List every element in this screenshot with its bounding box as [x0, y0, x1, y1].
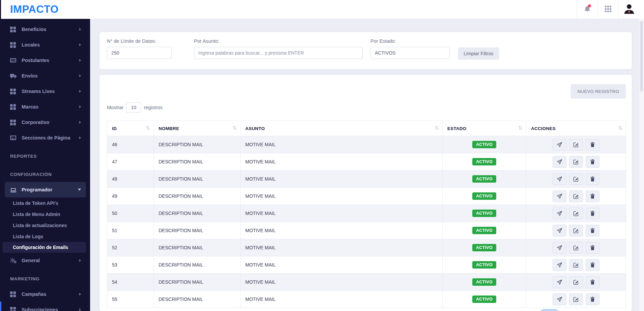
send-mail-button[interactable]: [553, 139, 566, 151]
clear-filters-button[interactable]: Limpiar Filtros: [458, 48, 499, 60]
grid-icon: [10, 307, 17, 311]
user-menu-button[interactable]: [618, 0, 639, 19]
cell-asunto: MOTIVE MAIL: [241, 256, 443, 274]
pagination-page-button[interactable]: [540, 309, 559, 311]
sidebar-section-reportes: REPORTES: [0, 148, 90, 164]
sidebar-scrollbar-thumb[interactable]: [0, 302, 1, 311]
edit-button[interactable]: [569, 173, 583, 185]
edit-button[interactable]: [569, 139, 583, 151]
cell-nombre: DESCRIPTION MAIL: [154, 136, 241, 153]
sidebar-item-streams-lives[interactable]: Streams Lives: [0, 84, 90, 99]
send-mail-button[interactable]: [553, 225, 566, 237]
cell-asunto: MOTIVE MAIL: [241, 170, 443, 188]
delete-button[interactable]: [586, 259, 599, 271]
sidebar-item-envios[interactable]: Envíos: [0, 68, 90, 84]
records-table: IDNOMBREASUNTOESTADOACCIONES 46DESCRIPTI…: [107, 121, 626, 308]
edit-icon: [573, 245, 579, 251]
send-mail-button[interactable]: [553, 156, 566, 168]
cell-nombre: DESCRIPTION MAIL: [154, 256, 241, 274]
sidebar-item-label: Corporativo: [22, 120, 49, 125]
sidebar-item-secciones-de-pagina[interactable]: Secciones de Página: [0, 130, 90, 146]
sidebar-item-marcas[interactable]: Marcas: [0, 99, 90, 115]
status-badge-active: ACTIVO: [472, 210, 496, 217]
table-row: 53DESCRIPTION MAILMOTIVE MAILACTIVO: [107, 256, 626, 274]
edit-icon: [573, 159, 579, 165]
sidebar-subitem-configuracion-de-emails[interactable]: Configuración de Emails: [3, 242, 86, 253]
send-mail-button[interactable]: [553, 242, 566, 254]
column-header-acciones[interactable]: ACCIONES: [526, 121, 626, 136]
edit-icon: [573, 211, 579, 216]
send-mail-button[interactable]: [553, 173, 566, 185]
new-record-button[interactable]: NUEVO REGISTRO: [571, 84, 626, 98]
delete-button[interactable]: [586, 139, 599, 151]
sort-icon: [618, 126, 622, 131]
column-header-nombre[interactable]: NOMBRE: [154, 121, 241, 136]
sidebar-item-beneficios[interactable]: Beneficios: [0, 22, 90, 37]
send-mail-button[interactable]: [553, 259, 566, 271]
cell-asunto: MOTIVE MAIL: [241, 274, 443, 291]
apps-menu-button[interactable]: [597, 0, 618, 19]
chevron-down-icon: [78, 188, 81, 191]
edit-button[interactable]: [569, 208, 583, 219]
page-scrollbar-thumb[interactable]: [640, 21, 643, 92]
estado-select[interactable]: [370, 47, 450, 59]
send-icon: [557, 193, 562, 199]
delete-button[interactable]: [586, 242, 599, 254]
chevron-right-icon: [79, 292, 81, 296]
sidebar-item-campanas[interactable]: Campañas: [0, 286, 90, 302]
send-icon: [557, 297, 562, 302]
sidebar-item-programador[interactable]: Programador: [5, 182, 86, 197]
delete-button[interactable]: [586, 293, 599, 305]
asunto-search-input[interactable]: [194, 47, 363, 59]
sidebar-item-label: Campañas: [22, 291, 46, 297]
cell-nombre: DESCRIPTION MAIL: [154, 239, 241, 256]
edit-button[interactable]: [569, 190, 583, 202]
cell-nombre: DESCRIPTION MAIL: [154, 291, 241, 308]
cell-estado: ACTIVO: [443, 136, 526, 153]
edit-button[interactable]: [569, 259, 583, 271]
chevron-right-icon: [79, 105, 81, 108]
delete-button[interactable]: [586, 208, 599, 219]
sidebar-item-subscripciones[interactable]: Subscripciones: [0, 302, 90, 311]
trash-icon: [590, 193, 595, 199]
cell-asunto: MOTIVE MAIL: [241, 136, 443, 153]
send-mail-button[interactable]: [553, 208, 566, 219]
send-icon: [557, 211, 562, 216]
send-mail-button[interactable]: [553, 293, 566, 305]
edit-button[interactable]: [569, 156, 583, 168]
sidebar-item-locales[interactable]: Locales: [0, 37, 90, 53]
sidebar-subitem-lista-de-menu-admin[interactable]: Lista de Menu Admin: [0, 209, 90, 220]
column-header-estado[interactable]: ESTADO: [443, 121, 526, 136]
edit-button[interactable]: [569, 242, 583, 254]
edit-icon: [573, 297, 579, 302]
sidebar-item-corporativo[interactable]: Corporativo: [0, 115, 90, 130]
chevron-right-icon: [79, 59, 81, 62]
sidebar-subitem-lista-de-token-api-s[interactable]: Lista de Token API's: [0, 197, 90, 209]
delete-button[interactable]: [586, 225, 599, 237]
sidebar-subitem-lista-de-logs[interactable]: Lista de Logs: [0, 231, 90, 242]
sidebar-item-postulantes[interactable]: Postulantes: [0, 53, 90, 68]
edit-button[interactable]: [569, 225, 583, 237]
column-header-asunto[interactable]: ASUNTO: [241, 121, 443, 136]
sidebar-item-general[interactable]: General: [0, 253, 90, 268]
edit-button[interactable]: [569, 293, 583, 305]
sidebar-item-label: Marcas: [22, 104, 38, 110]
delete-button[interactable]: [586, 190, 599, 202]
chevron-right-icon: [79, 136, 81, 139]
limit-input[interactable]: [107, 47, 172, 59]
delete-button[interactable]: [586, 156, 599, 168]
table-row: 46DESCRIPTION MAILMOTIVE MAILACTIVO: [107, 136, 626, 153]
edit-button[interactable]: [569, 276, 583, 288]
column-label: ID: [112, 126, 117, 131]
column-header-id[interactable]: ID: [107, 121, 154, 136]
notifications-button[interactable]: [577, 0, 597, 19]
sort-icon: [518, 126, 523, 131]
notification-dot: [588, 4, 591, 7]
sidebar-subitem-lista-de-actualizaciones[interactable]: Lista de actualizaciones: [0, 220, 90, 231]
delete-button[interactable]: [586, 276, 599, 288]
delete-button[interactable]: [586, 173, 599, 185]
page-size-input[interactable]: [126, 102, 141, 113]
send-mail-button[interactable]: [553, 276, 566, 288]
send-mail-button[interactable]: [553, 190, 566, 202]
cell-estado: ACTIVO: [443, 291, 526, 308]
